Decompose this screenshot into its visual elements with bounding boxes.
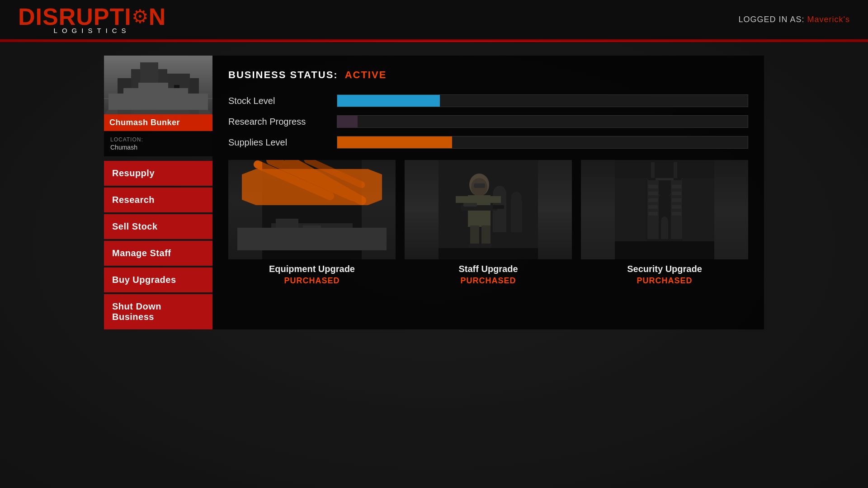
header: DISRUPTI ⚙ N LOGISTICS LOGGED IN AS: Mav… <box>0 0 868 41</box>
stat-row-research: Research Progress <box>228 115 748 128</box>
svg-rect-21 <box>303 225 321 250</box>
menu-buttons: Resupply Research Sell Stock Manage Staf… <box>104 161 212 329</box>
svg-rect-22 <box>330 228 348 250</box>
upgrade-title-staff: Staff Upgrade <box>458 264 518 274</box>
bunker-image-inner <box>104 56 212 114</box>
upgrade-image-security <box>581 160 748 259</box>
logo-subtitle: LOGISTICS <box>54 27 131 34</box>
logged-in-section: LOGGED IN AS: Maverick's <box>738 15 850 24</box>
upgrade-status-staff: PURCHASED <box>460 276 516 286</box>
stat-label-supplies: Supplies Level <box>228 137 328 148</box>
upgrade-image-equipment <box>228 160 396 259</box>
bunker-name-bar: Chumash Bunker <box>104 114 212 131</box>
logo: DISRUPTI ⚙ N LOGISTICS <box>18 5 166 34</box>
business-status-value: ACTIVE <box>345 69 387 81</box>
menu-btn-manage-staff[interactable]: Manage Staff <box>104 241 212 266</box>
upgrade-card-staff: Staff Upgrade PURCHASED <box>405 160 572 286</box>
stat-bar-fill-supplies <box>337 136 452 148</box>
right-panel: BUSINESS STATUS: ACTIVE Stock Level Rese… <box>212 56 764 329</box>
menu-btn-research[interactable]: Research <box>104 188 212 212</box>
svg-rect-72 <box>615 160 714 259</box>
business-status-row: BUSINESS STATUS: ACTIVE <box>228 69 748 81</box>
stat-row-supplies: Supplies Level <box>228 136 748 149</box>
logo-gear-icon: ⚙ <box>132 7 149 26</box>
upgrades-section: Equipment Upgrade PURCHASED <box>228 160 748 286</box>
upgrade-title-equipment: Equipment Upgrade <box>269 264 355 274</box>
upgrade-image-staff <box>405 160 572 259</box>
stat-bar-container-research <box>337 115 748 128</box>
stat-label-stock: Stock Level <box>228 96 328 106</box>
upgrade-svg-staff <box>405 160 572 259</box>
svg-point-24 <box>308 228 316 237</box>
menu-btn-shut-down[interactable]: Shut Down Business <box>104 294 212 329</box>
bunker-svg <box>104 56 212 114</box>
menu-btn-resupply[interactable]: Resupply <box>104 161 212 186</box>
upgrade-card-security: Security Upgrade PURCHASED <box>581 160 748 286</box>
left-panel: Chumash Bunker LOCATION: Chumash Resuppl… <box>104 56 212 329</box>
logged-in-label: LOGGED IN AS: <box>738 15 804 24</box>
upgrade-card-equipment: Equipment Upgrade PURCHASED <box>228 160 396 286</box>
location-label: LOCATION: <box>110 136 206 143</box>
svg-rect-9 <box>145 83 151 87</box>
svg-rect-14 <box>262 169 362 178</box>
menu-btn-sell-stock[interactable]: Sell Stock <box>104 214 212 239</box>
stat-bar-fill-stock <box>337 95 440 107</box>
svg-rect-46 <box>439 160 538 259</box>
svg-rect-10 <box>156 83 163 87</box>
stat-bar-container-supplies <box>337 136 748 149</box>
menu-btn-buy-upgrades[interactable]: Buy Upgrades <box>104 267 212 292</box>
logo-text-end: N <box>149 5 166 28</box>
stat-bar-fill-research <box>337 116 358 127</box>
svg-rect-25 <box>309 236 315 245</box>
location-info: LOCATION: Chumash <box>104 131 212 156</box>
stats-section: Stock Level Research Progress Supplies L… <box>228 94 748 149</box>
stat-row-stock: Stock Level <box>228 94 748 107</box>
logged-in-user: Maverick's <box>807 15 850 24</box>
upgrade-svg-equipment <box>228 160 396 259</box>
svg-rect-12 <box>104 56 212 114</box>
logo-text: DISRUPTI <box>18 5 132 28</box>
upgrade-title-security: Security Upgrade <box>627 264 702 274</box>
bunker-name: Chumash Bunker <box>109 118 180 127</box>
main-content: Chumash Bunker LOCATION: Chumash Resuppl… <box>0 42 868 343</box>
stat-bar-container-stock <box>337 94 748 107</box>
business-status-label: BUSINESS STATUS: <box>228 69 338 81</box>
svg-rect-26 <box>262 160 362 259</box>
upgrade-status-security: PURCHASED <box>637 276 692 286</box>
bunker-image <box>104 56 212 114</box>
location-value: Chumash <box>110 144 206 151</box>
stat-label-research: Research Progress <box>228 117 328 127</box>
upgrade-svg-security <box>581 160 748 259</box>
svg-line-17 <box>258 164 330 196</box>
upgrade-status-equipment: PURCHASED <box>284 276 340 286</box>
